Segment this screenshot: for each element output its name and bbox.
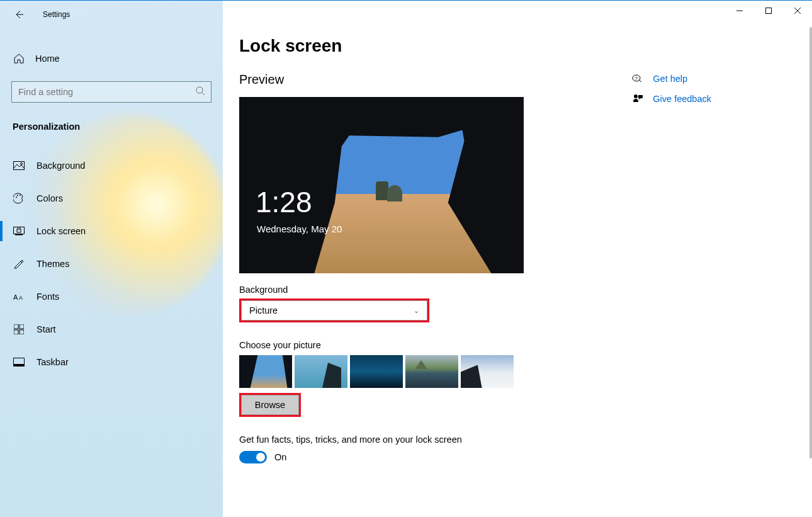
svg-text:?: ? xyxy=(635,76,638,81)
svg-rect-12 xyxy=(20,324,24,329)
svg-rect-8 xyxy=(17,229,21,232)
search-input[interactable] xyxy=(11,81,211,103)
svg-point-0 xyxy=(196,87,203,93)
minimize-button[interactable] xyxy=(725,1,754,20)
picture-thumb-5[interactable] xyxy=(461,355,514,388)
svg-point-19 xyxy=(634,94,638,98)
svg-point-5 xyxy=(20,195,21,196)
sidebar: Settings Home Personalization xyxy=(0,1,223,517)
funfacts-label: Get fun facts, tips, tricks, and more on… xyxy=(239,435,812,445)
svg-rect-13 xyxy=(14,330,18,334)
maximize-button[interactable] xyxy=(754,1,783,20)
picture-icon xyxy=(13,159,25,172)
sidebar-item-colors[interactable]: Colors xyxy=(0,182,223,215)
home-nav[interactable]: Home xyxy=(0,45,223,72)
picture-thumb-4[interactable] xyxy=(405,355,458,388)
chevron-down-icon: ⌄ xyxy=(414,307,419,315)
browse-button[interactable]: Browse xyxy=(241,395,299,415)
help-icon: ? xyxy=(631,72,644,85)
picture-thumb-3[interactable] xyxy=(350,355,403,388)
sidebar-item-label: Start xyxy=(37,324,56,334)
sidebar-item-label: Background xyxy=(37,161,85,171)
picture-thumb-2[interactable] xyxy=(295,355,347,388)
section-title: Personalization xyxy=(13,122,223,132)
sidebar-item-label: Lock screen xyxy=(37,226,86,236)
main-content: Lock screen Preview 1:28 Wednesday, May … xyxy=(223,1,812,517)
picture-thumb-1[interactable] xyxy=(239,355,292,388)
sidebar-item-background[interactable]: Background xyxy=(0,149,223,182)
start-icon xyxy=(13,323,25,336)
app-title: Settings xyxy=(43,10,70,19)
palette-icon xyxy=(13,192,25,205)
lock-screen-preview: 1:28 Wednesday, May 20 xyxy=(239,97,524,273)
preview-clock: 1:28 xyxy=(256,185,312,219)
svg-text:A: A xyxy=(19,295,23,301)
back-button[interactable] xyxy=(13,8,25,21)
sidebar-item-label: Themes xyxy=(37,259,69,269)
search-icon xyxy=(195,86,205,98)
toggle-state: On xyxy=(274,452,286,462)
page-title: Lock screen xyxy=(239,36,812,56)
sidebar-item-themes[interactable]: Themes xyxy=(0,247,223,280)
home-icon xyxy=(13,52,25,65)
sidebar-item-label: Fonts xyxy=(37,292,59,302)
svg-point-2 xyxy=(21,163,23,165)
svg-point-3 xyxy=(16,196,17,198)
choose-label: Choose your picture xyxy=(239,340,812,350)
svg-rect-1 xyxy=(14,162,25,170)
preview-date: Wednesday, May 20 xyxy=(257,224,342,234)
fonts-icon: AA xyxy=(13,290,25,303)
svg-point-4 xyxy=(17,195,18,196)
funfacts-toggle[interactable] xyxy=(239,451,267,463)
svg-rect-11 xyxy=(14,324,18,329)
sidebar-item-label: Colors xyxy=(37,193,63,203)
home-label: Home xyxy=(35,54,60,64)
svg-rect-14 xyxy=(20,330,24,334)
feedback-icon xyxy=(631,93,644,105)
sidebar-item-lock-screen[interactable]: Lock screen xyxy=(0,215,223,247)
preview-label: Preview xyxy=(239,72,812,87)
svg-rect-7 xyxy=(15,234,23,236)
background-value: Picture xyxy=(249,305,278,315)
svg-rect-6 xyxy=(14,227,25,234)
taskbar-icon xyxy=(13,356,25,368)
svg-text:A: A xyxy=(13,293,18,301)
svg-rect-21 xyxy=(766,8,772,14)
background-label: Background xyxy=(239,285,812,295)
close-button[interactable] xyxy=(783,1,812,20)
sidebar-item-start[interactable]: Start xyxy=(0,313,223,346)
svg-rect-16 xyxy=(14,364,25,366)
svg-rect-20 xyxy=(638,95,643,98)
lock-screen-icon xyxy=(13,225,25,237)
feedback-link[interactable]: Give feedback xyxy=(631,93,711,105)
sidebar-item-taskbar[interactable]: Taskbar xyxy=(0,346,223,378)
background-dropdown[interactable]: Picture ⌄ xyxy=(241,300,427,321)
scrollbar[interactable] xyxy=(807,27,812,517)
get-help-link[interactable]: ? Get help xyxy=(631,72,711,85)
themes-icon xyxy=(13,258,25,270)
sidebar-item-fonts[interactable]: AA Fonts xyxy=(0,280,223,313)
sidebar-item-label: Taskbar xyxy=(37,357,69,367)
